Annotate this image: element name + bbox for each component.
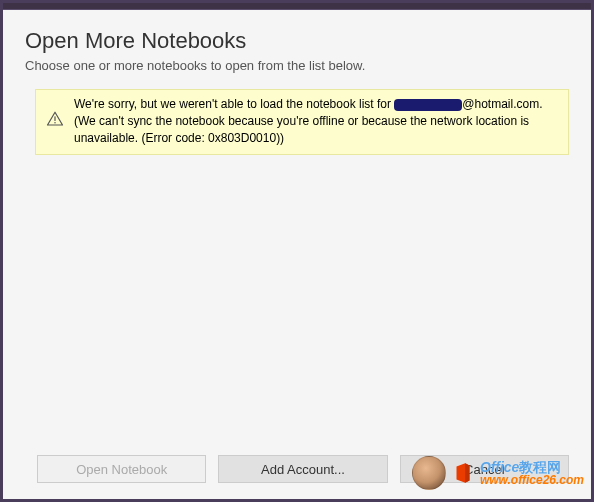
warning-message: We're sorry, but we weren't able to load…: [35, 89, 569, 155]
dialog-window: Open More Notebooks Choose one or more n…: [0, 0, 594, 502]
warning-text: We're sorry, but we weren't able to load…: [74, 96, 558, 146]
cancel-button[interactable]: Cancel: [400, 455, 569, 483]
dialog-subtitle: Choose one or more notebooks to open fro…: [25, 58, 569, 73]
warning-text-before: We're sorry, but we weren't able to load…: [74, 97, 394, 111]
title-bar: [3, 3, 591, 10]
open-notebook-button: Open Notebook: [37, 455, 206, 483]
redacted-email-user: [394, 99, 462, 111]
warning-email-suffix: @hotmail.com: [462, 97, 539, 111]
svg-point-1: [54, 122, 56, 124]
warning-icon-container: [46, 96, 64, 128]
button-bar: Open Notebook Add Account... Cancel: [3, 443, 591, 499]
warning-triangle-icon: [46, 110, 64, 128]
dialog-header: Open More Notebooks Choose one or more n…: [3, 10, 591, 81]
add-account-button[interactable]: Add Account...: [218, 455, 387, 483]
dialog-title: Open More Notebooks: [25, 28, 569, 54]
content-area: We're sorry, but we weren't able to load…: [3, 81, 591, 443]
